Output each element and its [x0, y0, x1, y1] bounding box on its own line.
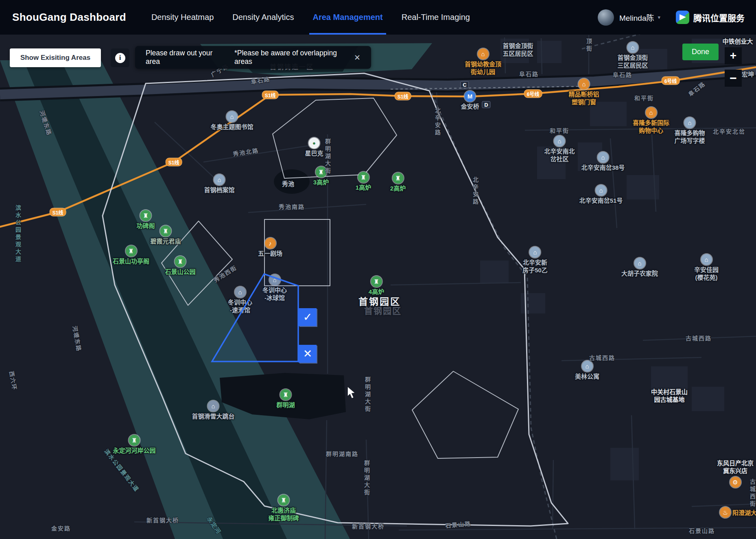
map-poi-label: 塑钢门窗 [568, 98, 599, 106]
road-label: 阜石路 [250, 74, 271, 86]
map-poi-label: 宏坤 [742, 70, 754, 78]
map-poi: ⌂美林公寓 [575, 361, 599, 380]
map-poi-label: 大胡子农家院 [621, 270, 658, 277]
map-poi-label: -速滑馆 [228, 306, 252, 314]
road-label: 秀池北路 [232, 146, 259, 158]
map-poi-label: 首钢金顶街 [617, 54, 648, 61]
map-poi: ⌂首钢档案馆 [204, 174, 234, 194]
user-name[interactable]: Melinda陈 [619, 12, 654, 23]
road-label: 河堤东路 [38, 109, 54, 136]
road-label: 新首钢大桥 [146, 516, 179, 524]
map-poi-label: 北辛安南岔38号 [581, 164, 625, 171]
temple-icon: ♜ [358, 172, 369, 183]
map-poi-label: 首钢档案馆 [204, 186, 234, 194]
brand: 腾讯位置服务 [676, 11, 745, 24]
map-poi: ♜4高炉 [369, 276, 384, 296]
map-poi: ⌂精品断桥铝塑钢门窗 [568, 79, 599, 106]
school-icon: ⌂ [477, 48, 488, 59]
food-icon: ♨ [720, 507, 731, 518]
map-poi: ⌂喜隆多新国际购物中心 [633, 107, 669, 134]
metro-line-badge: S1线 [262, 91, 279, 99]
close-icon[interactable]: ✕ [354, 53, 361, 62]
brand-name: 腾讯位置服务 [693, 11, 745, 24]
tab-area-management[interactable]: Area Management [312, 0, 382, 35]
show-existing-areas-button[interactable]: Show Exisiting Areas [10, 48, 101, 67]
map-poi: 中铁创业大 [722, 37, 753, 45]
map-poi-label: 冬奥主题图书馆 [210, 123, 253, 131]
starbucks-icon: ● [308, 138, 319, 149]
app-screen: ♜功碑阁♜碧霞元君庙♜石景山功亭阁♜石景山公园♜3高炉♜1高炉♜2高炉♜4高炉♜… [0, 0, 756, 539]
road-label: 石景山路 [445, 519, 471, 530]
road-label: 石景山路 [689, 526, 715, 535]
map-poi: ⌂冬奥主题图书馆 [210, 111, 253, 131]
road-label: 滨水公园景观大道 [14, 205, 22, 263]
road-label: 古城西街 [748, 479, 756, 508]
tab-density-heatmap[interactable]: Density Heatmap [151, 0, 214, 35]
avatar[interactable] [598, 9, 614, 26]
metro-line-badge: S1线 [166, 158, 182, 167]
map-poi: ♜群明湖 [276, 389, 295, 409]
map-poi: ⌂大胡子农家院 [621, 258, 658, 277]
map-poi-label: 秀池 [282, 180, 294, 188]
map-poi: ⌂辛安佳园(樱花苑) [694, 254, 719, 281]
map-poi-label: (樱花苑) [694, 274, 719, 281]
map-poi-label: 冬训中心 [262, 286, 287, 294]
map-poi: ⌂北辛安南岔38号 [581, 152, 625, 171]
map-poi-label: 喜隆多购物 [674, 129, 705, 137]
map-poi-label: 群明湖 [276, 401, 295, 409]
map-poi-label: 喜隆多新国际 [633, 119, 669, 127]
temple-icon: ♜ [393, 173, 404, 184]
zoom-out-button[interactable]: − [725, 70, 742, 87]
overlap-warning-text: *Please be aware of overlapping areas [234, 49, 354, 66]
tab-real-time-imaging[interactable]: Real-Time Imaging [402, 0, 470, 35]
road-label: 群明湖大街 [323, 138, 332, 175]
map-poi: ⌂北辛安新房子50乙 [522, 247, 548, 274]
building-icon: ⌂ [684, 117, 695, 128]
cancel-area-button[interactable]: ✕ [299, 345, 317, 363]
house-icon: ⌂ [596, 185, 607, 196]
map-poi: ⌂首钢幼教金顶街幼儿园 [465, 48, 501, 76]
map-poi: 秀池 [282, 180, 294, 188]
map-poi: ⌂冬训中心-速滑馆 [228, 287, 252, 314]
metro-entrance-badge: D [482, 101, 490, 108]
map-poi-label: 石景山功亭阁 [113, 257, 149, 265]
map-poi-label: 中关村石景山 [651, 388, 688, 396]
map-poi-label: 北惠济庙 [268, 506, 299, 514]
confirm-area-button[interactable]: ✓ [299, 308, 317, 326]
road-label: 古城西路 [686, 334, 712, 342]
tab-density-analytics[interactable]: Density Analytics [232, 0, 294, 35]
draw-instruction-banner: Please draw out your area *Please be awa… [135, 46, 371, 69]
map-poi-label: 购物中心 [633, 127, 669, 134]
map-poi-label: 碧霞元君庙 [150, 237, 181, 245]
instruction-text: Please draw out your area [146, 49, 227, 66]
map-poi: M金安桥 [461, 91, 479, 110]
map-poi: ♜碧霞元君庙 [150, 226, 181, 245]
road-label: 群明湖南路 [326, 449, 358, 458]
app-title: ShouGang Dashboard [12, 11, 126, 24]
mouse-cursor [347, 386, 359, 401]
road-label: 群明湖大街 [363, 377, 371, 413]
map-poi-label: 北辛安南岔51号 [579, 197, 623, 204]
info-chip[interactable]: i [111, 48, 129, 67]
road-label: 和平街 [634, 94, 654, 102]
road-label: 群明湖大街 [363, 460, 371, 497]
map-poi-label: 首钢园区 [364, 307, 402, 315]
temple-icon: ♜ [140, 210, 151, 221]
temple-icon: ♜ [371, 276, 382, 287]
done-button[interactable]: Done [682, 44, 719, 60]
map-poi: ♜石景山公园 [165, 256, 195, 276]
nav-tabs: Density HeatmapDensity AnalyticsArea Man… [151, 0, 470, 35]
map-poi: 首钢园区 [364, 307, 402, 315]
road-label: 顶街 [585, 38, 593, 53]
temple-icon: ♜ [160, 226, 171, 237]
house-icon: ⌂ [701, 254, 712, 265]
road-label: 北辛安路 [471, 177, 479, 206]
road-label: 古城西路 [589, 353, 615, 362]
zoom-in-button[interactable]: + [725, 47, 742, 64]
road-label: 永定河 [205, 515, 223, 536]
house-icon: ⌂ [581, 361, 592, 372]
map-poi-label: 1高炉 [356, 184, 371, 191]
chevron-down-icon[interactable]: ▾ [658, 14, 660, 20]
metro-line-badge: S1线 [395, 92, 411, 101]
road-label: 阜石路 [519, 70, 539, 78]
